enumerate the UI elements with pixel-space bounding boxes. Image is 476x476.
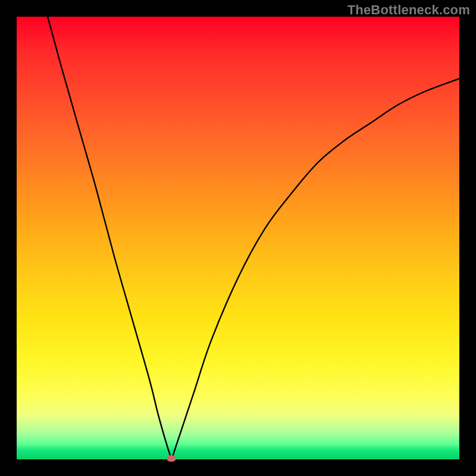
plot-area bbox=[17, 17, 459, 459]
curve-right-branch bbox=[171, 79, 459, 459]
watermark-text: TheBottleneck.com bbox=[347, 2, 470, 18]
vertex-marker bbox=[167, 455, 176, 462]
curve-svg bbox=[17, 17, 459, 459]
chart-container: TheBottleneck.com bbox=[0, 0, 476, 476]
curve-left-branch bbox=[48, 17, 171, 459]
